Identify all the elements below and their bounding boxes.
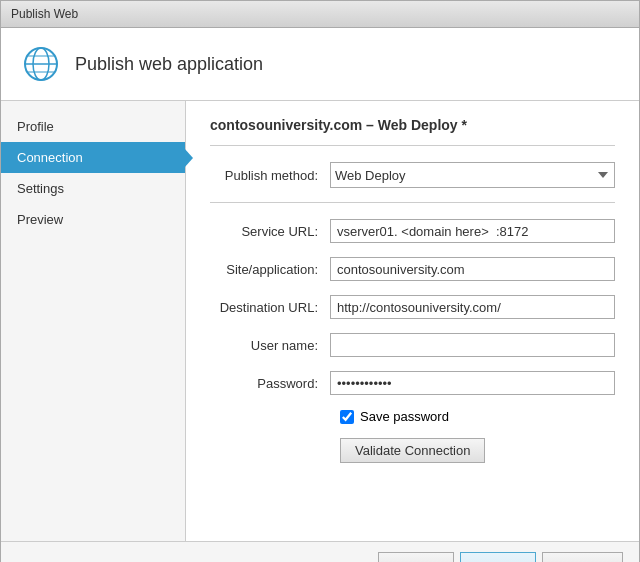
password-row: Password: <box>210 371 615 395</box>
service-url-row: Service URL: <box>210 219 615 243</box>
save-password-row: Save password <box>340 409 615 424</box>
service-url-input[interactable] <box>330 219 615 243</box>
sidebar-item-preview[interactable]: Preview <box>1 204 185 235</box>
publish-method-select[interactable]: Web Deploy <box>330 162 615 188</box>
separator2 <box>210 202 615 203</box>
main-panel: contosouniversity.com – Web Deploy * Pub… <box>186 101 639 541</box>
password-label: Password: <box>210 376 330 391</box>
title-bar: Publish Web <box>1 1 639 28</box>
validate-connection-button[interactable]: Validate Connection <box>340 438 485 463</box>
publish-button[interactable]: Publish <box>542 552 623 562</box>
separator <box>210 145 615 146</box>
user-name-row: User name: <box>210 333 615 357</box>
globe-icon-container <box>21 44 61 84</box>
window-title: Publish Web <box>11 7 78 21</box>
sidebar: Profile Connection Settings Preview <box>1 101 186 541</box>
site-application-row: Site/application: <box>210 257 615 281</box>
sidebar-item-profile[interactable]: Profile <box>1 111 185 142</box>
header-area: Publish web application <box>1 28 639 101</box>
content-area: Profile Connection Settings Preview cont… <box>1 101 639 541</box>
site-application-input[interactable] <box>330 257 615 281</box>
destination-url-label: Destination URL: <box>210 300 330 315</box>
site-application-label: Site/application: <box>210 262 330 277</box>
password-input[interactable] <box>330 371 615 395</box>
globe-icon <box>23 46 59 82</box>
panel-title: contosouniversity.com – Web Deploy * <box>210 117 615 133</box>
validate-connection-container: Validate Connection <box>210 438 615 463</box>
publish-web-dialog: Publish Web Publish web application Prof… <box>0 0 640 562</box>
user-name-input[interactable] <box>330 333 615 357</box>
next-button[interactable]: Next > <box>460 552 536 562</box>
bottom-bar: < Prev Next > Publish <box>1 541 639 562</box>
destination-url-row: Destination URL: <box>210 295 615 319</box>
user-name-label: User name: <box>210 338 330 353</box>
header-title: Publish web application <box>75 54 263 75</box>
save-password-label[interactable]: Save password <box>360 409 449 424</box>
prev-button[interactable]: < Prev <box>378 552 454 562</box>
service-url-label: Service URL: <box>210 224 330 239</box>
sidebar-item-settings[interactable]: Settings <box>1 173 185 204</box>
sidebar-item-connection[interactable]: Connection <box>1 142 185 173</box>
save-password-checkbox[interactable] <box>340 410 354 424</box>
publish-method-row: Publish method: Web Deploy <box>210 162 615 188</box>
publish-method-label: Publish method: <box>210 168 330 183</box>
destination-url-input[interactable] <box>330 295 615 319</box>
